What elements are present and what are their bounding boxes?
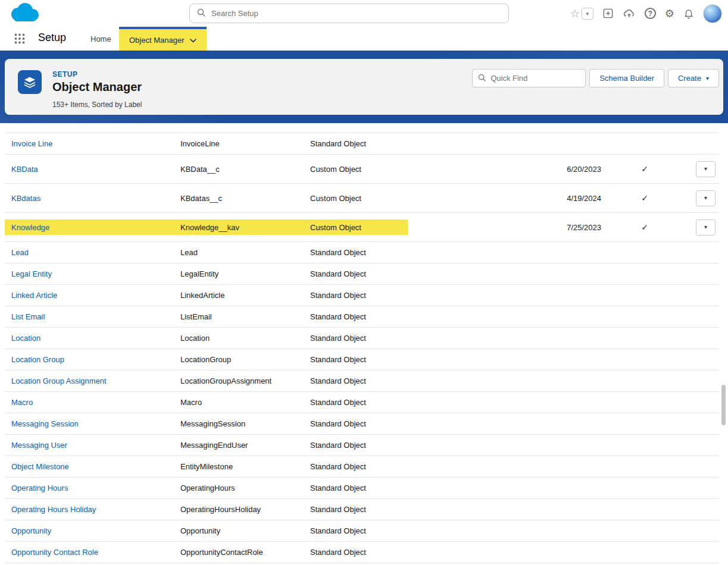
- object-label-link[interactable]: Opportunity Contact Role: [11, 548, 98, 557]
- object-label-link[interactable]: Object Milestone: [11, 462, 69, 471]
- object-api-name: LocationGroup: [180, 355, 310, 364]
- table-row: Macro Macro Standard Object: [5, 392, 719, 413]
- object-type: Standard Object: [310, 291, 481, 300]
- deployed-check-cell: ✓: [601, 222, 688, 232]
- object-label-link[interactable]: Location Group Assignment: [11, 376, 107, 385]
- object-api-name: MessagingSession: [180, 419, 310, 428]
- object-api-name: Macro: [180, 398, 310, 407]
- object-label-cell: Location: [11, 334, 180, 343]
- object-table: Invoice Line InvoiceLine Standard Object…: [5, 123, 719, 565]
- schema-builder-button[interactable]: Schema Builder: [589, 69, 664, 87]
- object-type: Standard Object: [310, 376, 481, 385]
- page-header-card: SETUP Object Manager 153+ Items, Sorted …: [5, 59, 723, 115]
- deployed-check-icon: ✓: [641, 193, 648, 203]
- object-label-cell: Linked Article: [11, 291, 180, 300]
- search-icon: [197, 8, 205, 19]
- tab-home[interactable]: Home: [89, 27, 113, 51]
- object-label-link[interactable]: Location Group: [11, 355, 64, 364]
- object-label-cell: KBdatas: [11, 194, 180, 203]
- object-label-cell: Opportunity: [11, 526, 180, 535]
- object-label-link[interactable]: Linked Article: [11, 291, 57, 300]
- object-label-cell: Messaging Session: [11, 419, 180, 428]
- object-type: Custom Object: [310, 223, 481, 232]
- item-count-label: 153+ Items, Sorted by Label: [52, 101, 142, 109]
- object-api-name: LinkedArticle: [180, 291, 310, 300]
- object-label-cell: List Email: [11, 312, 180, 321]
- object-label-link[interactable]: Lead: [11, 248, 29, 257]
- caret-down-icon: ▾: [704, 195, 707, 201]
- avatar[interactable]: [703, 4, 722, 23]
- object-label-link[interactable]: Location: [11, 334, 40, 343]
- scrollbar-thumb[interactable]: [721, 385, 726, 425]
- row-actions-cell: ▾: [696, 161, 715, 177]
- row-actions-cell: ▾: [696, 219, 715, 236]
- banner-controls: Schema Builder Create ▾: [472, 69, 719, 87]
- object-label-link[interactable]: Operating Hours Holiday: [11, 505, 96, 514]
- object-api-name: Location: [180, 334, 310, 343]
- create-button[interactable]: Create ▾: [668, 69, 719, 87]
- object-label-cell: Opportunity Contact Role: [11, 548, 180, 557]
- object-label-link[interactable]: Knowledge: [11, 223, 49, 232]
- notifications-bell-icon[interactable]: [683, 8, 694, 19]
- favorites-star-icon[interactable]: ☆: [570, 8, 580, 19]
- object-label-cell: Messaging User: [11, 441, 180, 450]
- deployed-check-icon: ✓: [641, 164, 648, 174]
- object-type: Standard Object: [310, 548, 481, 557]
- object-label-link[interactable]: KBdatas: [11, 194, 40, 203]
- object-type: Standard Object: [310, 484, 481, 492]
- object-type: Standard Object: [310, 505, 481, 514]
- global-search-input[interactable]: [210, 8, 508, 18]
- object-label-link[interactable]: Macro: [11, 398, 33, 407]
- setup-nav-bar: Setup Home Object Manager: [0, 27, 728, 51]
- object-label-link[interactable]: Messaging User: [11, 441, 67, 450]
- add-box-icon[interactable]: [602, 8, 614, 19]
- object-label-link[interactable]: Legal Entity: [11, 269, 52, 278]
- object-api-name: OperatingHours: [180, 484, 310, 492]
- object-type: Standard Object: [310, 355, 481, 364]
- object-api-name: Lead: [180, 248, 310, 257]
- row-actions-button[interactable]: ▾: [696, 190, 715, 206]
- object-api-name: InvoiceLine: [180, 139, 310, 148]
- object-type: Standard Object: [310, 441, 481, 450]
- object-label-link[interactable]: List Email: [11, 312, 45, 321]
- quick-find-box: [472, 69, 586, 87]
- object-label-link[interactable]: Operating Hours: [11, 484, 68, 492]
- table-row: Legal Entity LegalEntity Standard Object: [5, 263, 719, 285]
- object-type: Standard Object: [310, 462, 481, 471]
- quick-find-input[interactable]: [489, 73, 585, 83]
- table-row: Operating Hours OperatingHours Standard …: [5, 478, 719, 499]
- cloud-upload-icon[interactable]: [623, 8, 636, 18]
- object-type: Standard Object: [310, 419, 481, 428]
- object-type: Custom Object: [310, 165, 481, 174]
- caret-down-icon: ▾: [704, 166, 707, 172]
- object-type: Standard Object: [310, 312, 481, 321]
- object-api-name: ListEmail: [180, 312, 310, 321]
- object-label-link[interactable]: Messaging Session: [11, 419, 79, 428]
- object-type: Standard Object: [310, 269, 481, 278]
- object-last-modified: 4/19/2024: [481, 194, 601, 203]
- object-api-name: Opportunity: [180, 526, 310, 535]
- row-actions-button[interactable]: ▾: [696, 161, 715, 177]
- object-label-link[interactable]: Opportunity: [11, 526, 51, 535]
- object-api-name: Knowledge__kav: [180, 223, 310, 232]
- row-actions-button[interactable]: ▾: [696, 219, 715, 236]
- object-label-link[interactable]: Invoice Line: [11, 139, 52, 148]
- app-launcher-icon[interactable]: [14, 33, 25, 46]
- object-last-modified: 7/25/2023: [481, 223, 601, 232]
- setup-gear-icon[interactable]: ⚙: [665, 8, 674, 19]
- object-label-link[interactable]: KBData: [11, 165, 38, 174]
- favorites-caret-icon[interactable]: ▾: [582, 8, 593, 20]
- table-row: Location Location Standard Object: [5, 328, 719, 349]
- table-row: KBData KBData__c Custom Object 6/20/2023…: [5, 155, 719, 184]
- object-type: Custom Object: [310, 194, 481, 203]
- object-label-cell: Operating Hours: [11, 484, 180, 492]
- object-label-cell: Location Group: [11, 355, 180, 364]
- help-icon[interactable]: ?: [645, 8, 656, 19]
- setup-eyebrow: SETUP: [52, 70, 78, 79]
- object-label-cell: Lead: [11, 248, 180, 257]
- tab-object-manager[interactable]: Object Manager: [119, 27, 207, 51]
- table-row: Lead Lead Standard Object: [5, 242, 719, 263]
- object-table-body: Invoice Line InvoiceLine Standard Object…: [5, 133, 719, 563]
- deployed-check-cell: ✓: [601, 193, 688, 203]
- deployed-check-cell: ✓: [601, 164, 688, 174]
